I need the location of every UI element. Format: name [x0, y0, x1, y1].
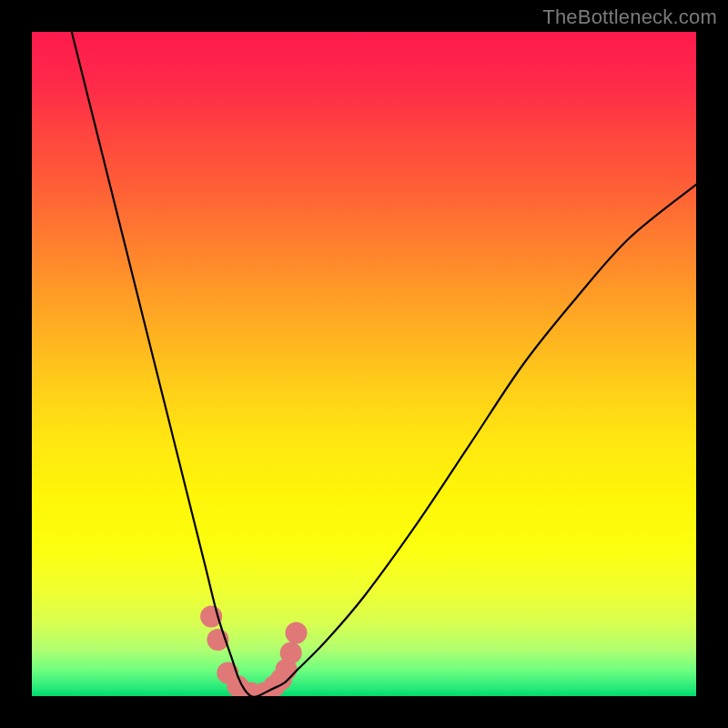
marker-dot	[280, 642, 302, 664]
chart-frame: TheBottleneck.com	[0, 0, 728, 728]
markers-group	[200, 605, 307, 696]
marker-dot	[286, 622, 308, 644]
watermark-text: TheBottleneck.com	[542, 5, 717, 29]
bottleneck-curve	[72, 32, 696, 696]
plot-area	[32, 32, 696, 696]
chart-svg	[32, 32, 696, 696]
